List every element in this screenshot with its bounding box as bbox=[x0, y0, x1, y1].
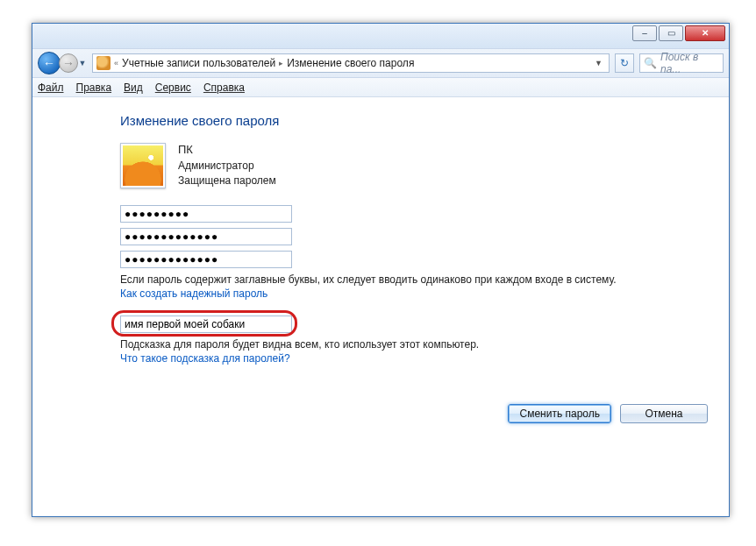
address-bar-row: ← → ▼ « Учетные записи пользователей ▸ И… bbox=[32, 48, 729, 78]
search-icon: 🔍 bbox=[644, 57, 657, 69]
maximize-button[interactable]: ▭ bbox=[659, 25, 683, 41]
menu-tools[interactable]: Сервис bbox=[155, 82, 191, 94]
close-icon: ✕ bbox=[702, 29, 709, 38]
nav-history-dropdown[interactable]: ▼ bbox=[78, 59, 87, 67]
minimize-icon: – bbox=[642, 29, 647, 38]
menu-view[interactable]: Вид bbox=[124, 82, 143, 94]
back-button[interactable]: ← bbox=[38, 52, 61, 74]
search-placeholder: Поиск в па... bbox=[660, 51, 719, 75]
minimize-button[interactable]: – bbox=[632, 25, 657, 41]
titlebar: – ▭ ✕ bbox=[32, 24, 729, 48]
caps-note: Если пароль содержит заглавные буквы, их… bbox=[120, 273, 646, 286]
user-name: ПК bbox=[178, 142, 276, 159]
hint-visibility-note: Подсказка для пароля будет видна всем, к… bbox=[120, 338, 646, 351]
confirm-password-input[interactable] bbox=[120, 251, 292, 268]
refresh-button[interactable]: ↻ bbox=[615, 53, 634, 73]
menu-file[interactable]: Файл bbox=[38, 82, 64, 94]
breadcrumb-seg-change-password[interactable]: Изменение своего пароля bbox=[287, 57, 414, 69]
password-hint-input[interactable] bbox=[120, 316, 292, 333]
link-strong-password[interactable]: Как создать надежный пароль bbox=[120, 287, 729, 300]
change-password-button[interactable]: Сменить пароль bbox=[508, 404, 611, 423]
menu-help[interactable]: Справка bbox=[203, 82, 245, 94]
dialog-buttons: Сменить пароль Отмена bbox=[508, 404, 708, 423]
new-password-input[interactable] bbox=[120, 228, 292, 245]
breadcrumb-dropdown[interactable]: ▼ bbox=[592, 59, 605, 67]
avatar bbox=[120, 143, 166, 188]
user-protection-status: Защищена паролем bbox=[178, 174, 276, 188]
control-panel-icon bbox=[96, 56, 111, 70]
back-icon: ← bbox=[43, 56, 55, 70]
forward-button[interactable]: → bbox=[59, 53, 78, 73]
user-role: Администратор bbox=[178, 159, 276, 174]
breadcrumb-prefix: « bbox=[114, 59, 118, 67]
refresh-icon: ↻ bbox=[620, 57, 629, 69]
page-title: Изменение своего пароля bbox=[120, 113, 729, 128]
menu-edit[interactable]: Правка bbox=[76, 82, 112, 94]
nav-buttons: ← → ▼ bbox=[38, 52, 87, 74]
close-button[interactable]: ✕ bbox=[685, 25, 725, 41]
user-meta: ПК Администратор Защищена паролем bbox=[178, 142, 276, 189]
user-info-row: ПК Администратор Защищена паролем bbox=[120, 142, 729, 189]
breadcrumb-seg-accounts[interactable]: Учетные записи пользователей bbox=[122, 57, 275, 69]
window: – ▭ ✕ ← → ▼ « Учетные записи пользовател… bbox=[32, 23, 730, 517]
menu-bar: Файл Правка Вид Сервис Справка bbox=[32, 78, 729, 97]
breadcrumb[interactable]: « Учетные записи пользователей ▸ Изменен… bbox=[92, 53, 610, 73]
forward-icon: → bbox=[62, 56, 75, 70]
chevron-right-icon: ▸ bbox=[279, 59, 283, 67]
avatar-image bbox=[123, 145, 163, 186]
maximize-icon: ▭ bbox=[667, 29, 675, 38]
link-what-is-hint[interactable]: Что такое подсказка для паролей? bbox=[120, 352, 729, 365]
hint-field-wrap bbox=[120, 316, 313, 333]
content-area: Изменение своего пароля ПК Администратор… bbox=[32, 97, 729, 516]
search-input[interactable]: 🔍 Поиск в па... bbox=[639, 53, 724, 73]
current-password-input[interactable] bbox=[120, 205, 292, 223]
cancel-button[interactable]: Отмена bbox=[620, 404, 708, 423]
